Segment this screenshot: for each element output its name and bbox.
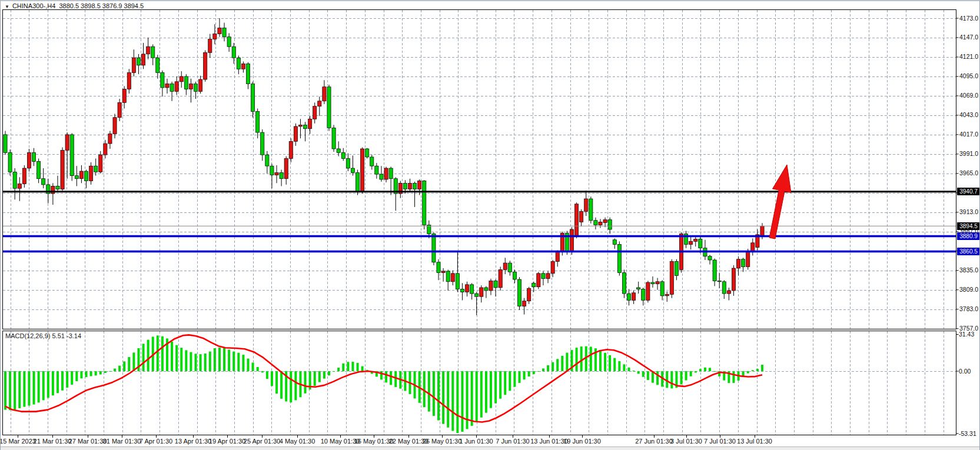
price-badge-support-upper: 3880.9: [957, 232, 980, 240]
symbol-dropdown-icon[interactable]: ▼: [5, 4, 9, 9]
chart-title: ▼CHINA300-,H4 3880.5 3898.5 3876.9 3894.…: [5, 2, 144, 9]
price-badge-current: 3894.5: [957, 222, 980, 230]
time-axis-label: 26 May 01:30: [423, 438, 462, 445]
svg-text:3835.0: 3835.0: [959, 266, 978, 274]
svg-text:4095.0: 4095.0: [959, 72, 978, 79]
time-axis-label: 3 Jul 01:30: [670, 438, 702, 445]
svg-text:0.00: 0.00: [959, 368, 971, 375]
svg-text:4147.0: 4147.0: [959, 34, 978, 41]
svg-text:3783.0: 3783.0: [959, 305, 978, 312]
svg-text:4173.0: 4173.0: [959, 15, 978, 22]
svg-text:3913.0: 3913.0: [959, 208, 978, 215]
svg-text:4069.0: 4069.0: [959, 92, 978, 99]
time-axis-label: 13 Jul 01:30: [737, 438, 772, 445]
svg-text:3965.0: 3965.0: [959, 169, 978, 176]
time-axis-label: 13 Apr 01:30: [175, 438, 211, 445]
grid-layer: [3, 10, 956, 435]
up-arrow-annotation[interactable]: [769, 165, 791, 239]
macd-main-value: 5.51: [52, 332, 64, 339]
svg-text:-53.31: -53.31: [959, 430, 976, 437]
candlestick-chart[interactable]: 4173.04147.04121.04095.04069.04043.04017…: [1, 1, 980, 446]
time-axis-label: 7 Jun 01:30: [496, 438, 530, 445]
macd-name: MACD(12,26,9): [5, 332, 50, 339]
title-ohlc-values: 3880.5 3898.5 3876.9 3894.5: [59, 2, 144, 9]
time-axis-label: 16 May 01:30: [354, 438, 394, 445]
time-axis-label: 7 Jul 01:30: [704, 438, 736, 445]
chart-window: 4173.04147.04121.04095.04069.04043.04017…: [0, 0, 980, 450]
time-axis-label: 27 Jun 01:30: [635, 438, 673, 445]
time-axis-label: 4 May 01:30: [280, 438, 315, 445]
time-axis-label: 13 Jun 01:30: [530, 438, 568, 445]
svg-text:4043.0: 4043.0: [959, 111, 978, 118]
time-axis-label: 7 Apr 01:30: [139, 438, 172, 445]
time-axis-label: 19 Jun 01:30: [563, 438, 601, 445]
macd-signal-value: -3.14: [67, 332, 81, 339]
svg-text:31.43: 31.43: [959, 331, 974, 338]
window-bottom-strip: [1, 446, 980, 450]
time-axis-label: 31 Mar 01:30: [103, 438, 141, 445]
time-axis-label: 19 Apr 01:30: [209, 438, 245, 445]
time-axis-label: 1 Jun 01:30: [459, 438, 493, 445]
price-badge-resistance: 3940.7: [957, 188, 980, 195]
macd-indicator-label: MACD(12,26,9) 5.51 -3.14: [5, 332, 81, 339]
time-axis-label: 15 Mar 2023: [0, 438, 36, 445]
svg-text:4121.0: 4121.0: [959, 53, 978, 60]
time-axis-label: 27 Mar 01:30: [69, 438, 107, 445]
svg-text:4017.0: 4017.0: [959, 131, 978, 138]
price-badge-support-lower: 3860.5: [957, 248, 980, 255]
time-axis-label: 21 Mar 01:30: [34, 438, 72, 445]
svg-text:3809.0: 3809.0: [959, 286, 978, 293]
title-symbol-period: CHINA300-,H4: [12, 2, 55, 9]
svg-text:3991.0: 3991.0: [959, 150, 978, 157]
time-axis-label: 25 Apr 01:30: [244, 438, 280, 445]
